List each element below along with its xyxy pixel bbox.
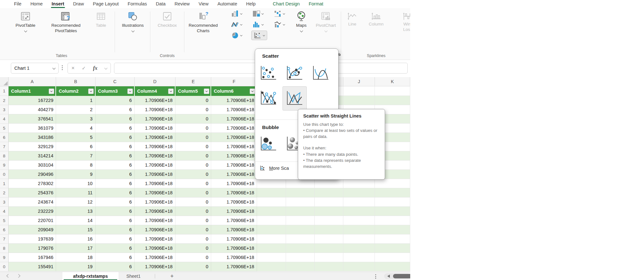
row-header[interactable]: 8: [0, 244, 9, 253]
menu-data[interactable]: Data: [151, 0, 170, 8]
insert-column-chart-button[interactable]: [231, 10, 242, 17]
data-cell[interactable]: 1.70906E+18: [135, 216, 175, 225]
data-cell[interactable]: 1.70906E+18: [211, 124, 257, 133]
data-cell[interactable]: 6: [96, 207, 135, 216]
data-cell[interactable]: 0: [175, 105, 211, 114]
next-sheet-arrow-icon[interactable]: [17, 274, 20, 277]
data-cell[interactable]: 1.70906E+18: [211, 105, 257, 114]
data-cell[interactable]: 1: [56, 96, 95, 105]
bubble-tile[interactable]: [258, 134, 279, 154]
data-cell[interactable]: 167229: [9, 96, 56, 105]
data-cell[interactable]: 0: [175, 234, 211, 244]
empty-cell[interactable]: [257, 244, 286, 253]
data-cell[interactable]: 254376: [9, 188, 56, 197]
empty-cell[interactable]: [257, 253, 286, 262]
data-cell[interactable]: 1.70906E+18: [135, 179, 175, 188]
row-header[interactable]: 0: [0, 170, 9, 179]
data-cell[interactable]: 220701: [9, 216, 56, 225]
data-cell[interactable]: 1.70906E+18: [211, 161, 257, 170]
scroll-left-arrow-icon[interactable]: [387, 275, 390, 278]
menu-chart-design[interactable]: Chart Design: [268, 0, 304, 8]
empty-cell[interactable]: [286, 188, 315, 197]
empty-cell[interactable]: [375, 207, 410, 216]
checkbox-button[interactable]: Checkbox: [151, 11, 183, 28]
data-cell[interactable]: 6: [96, 151, 135, 161]
table-column-header[interactable]: Column4: [135, 86, 175, 96]
row-header[interactable]: 4: [0, 207, 9, 216]
data-cell[interactable]: 1.70906E+18: [211, 216, 257, 225]
cancel-entry-icon[interactable]: ×: [71, 65, 75, 71]
data-cell[interactable]: 6: [96, 124, 135, 133]
data-cell[interactable]: 1.70906E+18: [135, 188, 175, 197]
data-cell[interactable]: 6: [96, 105, 135, 114]
data-cell[interactable]: 6: [96, 234, 135, 244]
menu-home[interactable]: Home: [26, 0, 47, 8]
empty-cell[interactable]: [343, 96, 375, 105]
pivotchart-button[interactable]: PivotChart: [312, 11, 340, 32]
data-cell[interactable]: 1.70906E+18: [211, 96, 257, 105]
empty-cell[interactable]: [375, 262, 410, 271]
empty-cell[interactable]: [286, 197, 315, 207]
filter-dropdown-button[interactable]: [49, 89, 54, 94]
data-cell[interactable]: 3: [56, 114, 95, 124]
empty-cell[interactable]: [257, 207, 286, 216]
scatter-tile[interactable]: [258, 63, 279, 83]
empty-cell[interactable]: [343, 197, 375, 207]
column-header-D[interactable]: D: [135, 77, 175, 86]
recommended-pivottables-button[interactable]: ? Recommended PivotTables: [43, 11, 89, 34]
data-cell[interactable]: 1.70906E+18: [135, 133, 175, 142]
filter-dropdown-button[interactable]: [168, 89, 174, 94]
empty-cell[interactable]: [375, 86, 410, 96]
row-header[interactable]: 7: [0, 234, 9, 244]
data-cell[interactable]: 6: [96, 142, 135, 151]
data-cell[interactable]: 1.70906E+18: [211, 207, 257, 216]
empty-cell[interactable]: [286, 225, 315, 234]
row-header[interactable]: 3: [0, 105, 9, 114]
prev-sheet-arrow-icon[interactable]: [6, 274, 10, 277]
menu-insert[interactable]: Insert: [47, 0, 69, 8]
data-cell[interactable]: 6: [96, 114, 135, 124]
insert-hierarchy-chart-button[interactable]: [253, 10, 263, 17]
empty-cell[interactable]: [286, 179, 315, 188]
data-cell[interactable]: 209049: [9, 225, 56, 234]
row-header[interactable]: 6: [0, 225, 9, 234]
empty-cell[interactable]: [286, 207, 315, 216]
empty-cell[interactable]: [315, 216, 343, 225]
data-cell[interactable]: 6: [96, 262, 135, 271]
scatter-smooth-markers-tile[interactable]: [284, 63, 305, 83]
data-cell[interactable]: 1.70906E+18: [211, 142, 257, 151]
more-scatter-charts-item[interactable]: More Sca: [260, 165, 289, 171]
table-button[interactable]: Table: [90, 11, 111, 28]
data-cell[interactable]: 1.70906E+18: [135, 96, 175, 105]
data-cell[interactable]: 7: [56, 151, 95, 161]
empty-cell[interactable]: [257, 179, 286, 188]
empty-cell[interactable]: [375, 216, 410, 225]
data-cell[interactable]: 1.70906E+18: [135, 124, 175, 133]
empty-cell[interactable]: [343, 262, 375, 271]
data-cell[interactable]: 1.70906E+18: [211, 262, 257, 271]
row-header[interactable]: 4: [0, 114, 9, 124]
data-cell[interactable]: 1.70906E+18: [135, 225, 175, 234]
empty-cell[interactable]: [286, 234, 315, 244]
select-all-corner[interactable]: [0, 77, 9, 86]
empty-cell[interactable]: [315, 253, 343, 262]
row-header[interactable]: 6: [0, 133, 9, 142]
data-cell[interactable]: 1.70906E+18: [135, 244, 175, 253]
menu-review[interactable]: Review: [170, 0, 194, 8]
data-cell[interactable]: 14: [56, 216, 95, 225]
menu-file[interactable]: File: [10, 0, 26, 8]
data-cell[interactable]: 5: [56, 133, 95, 142]
empty-cell[interactable]: [257, 197, 286, 207]
empty-cell[interactable]: [375, 253, 410, 262]
insert-combo-chart-button[interactable]: [274, 21, 285, 28]
data-cell[interactable]: 243674: [9, 197, 56, 207]
data-cell[interactable]: 15: [56, 225, 95, 234]
data-cell[interactable]: 329129: [9, 142, 56, 151]
data-cell[interactable]: 278302: [9, 179, 56, 188]
empty-cell[interactable]: [375, 179, 410, 188]
column-header-E[interactable]: E: [175, 77, 211, 86]
confirm-entry-icon[interactable]: ✓: [82, 65, 86, 71]
row-header[interactable]: 1: [0, 86, 9, 96]
data-cell[interactable]: 16: [56, 234, 95, 244]
data-cell[interactable]: 1.70906E+18: [135, 234, 175, 244]
